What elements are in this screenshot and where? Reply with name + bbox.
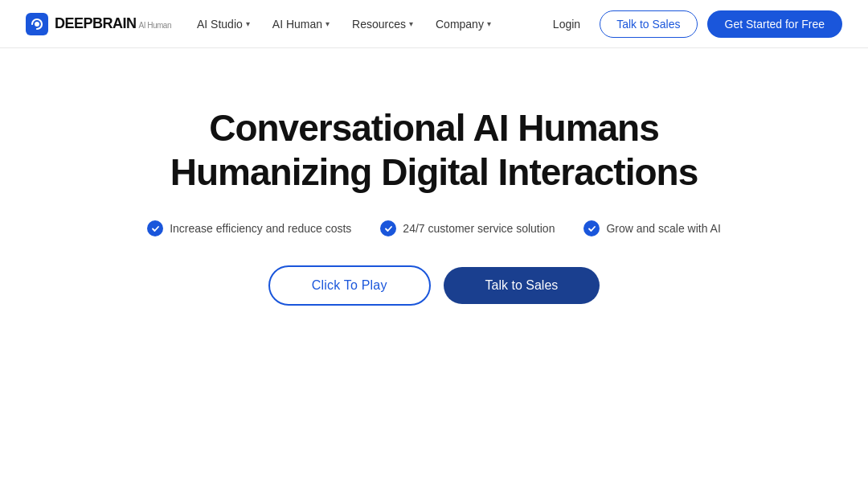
check-icon-1 xyxy=(147,220,163,236)
click-to-play-button[interactable]: Click To Play xyxy=(268,265,431,306)
nav-links: AI Studio ▾ AI Human ▾ Resources ▾ Compa… xyxy=(197,18,491,31)
chevron-down-icon: ▾ xyxy=(487,19,491,28)
deepbrain-logo-icon xyxy=(26,13,48,35)
nav-link-ai-studio[interactable]: AI Studio ▾ xyxy=(197,18,250,31)
navbar: DEEPBRAINAI Human AI Studio ▾ AI Human ▾… xyxy=(0,0,868,48)
talk-to-sales-hero-button[interactable]: Talk to Sales xyxy=(444,267,600,304)
nav-link-company[interactable]: Company ▾ xyxy=(436,18,491,31)
login-button[interactable]: Login xyxy=(543,11,590,37)
nav-right: Login Talk to Sales Get Started for Free xyxy=(543,10,842,38)
talk-to-sales-nav-button[interactable]: Talk to Sales xyxy=(600,10,697,38)
chevron-down-icon: ▾ xyxy=(326,19,330,28)
logo[interactable]: DEEPBRAINAI Human xyxy=(26,13,171,35)
feature-item-1: Increase efficiency and reduce costs xyxy=(147,220,351,236)
nav-left: DEEPBRAINAI Human AI Studio ▾ AI Human ▾… xyxy=(26,13,491,35)
chevron-down-icon: ▾ xyxy=(409,19,413,28)
nav-link-resources[interactable]: Resources ▾ xyxy=(352,18,413,31)
hero-headline: Conversational AI Humans Humanizing Digi… xyxy=(170,106,698,195)
nav-link-ai-human[interactable]: AI Human ▾ xyxy=(272,18,330,31)
feature-item-2: 24/7 customer service solution xyxy=(380,220,555,236)
check-icon-2 xyxy=(380,220,396,236)
features-row: Increase efficiency and reduce costs 24/… xyxy=(147,220,721,236)
cta-row: Click To Play Talk to Sales xyxy=(268,265,600,306)
chevron-down-icon: ▾ xyxy=(246,19,250,28)
svg-point-1 xyxy=(35,22,39,27)
check-icon-3 xyxy=(583,220,600,236)
feature-item-3: Grow and scale with AI xyxy=(583,220,720,236)
get-started-button[interactable]: Get Started for Free xyxy=(707,10,843,38)
logo-text: DEEPBRAINAI Human xyxy=(55,15,171,32)
hero-section: Conversational AI Humans Humanizing Digi… xyxy=(0,48,868,306)
